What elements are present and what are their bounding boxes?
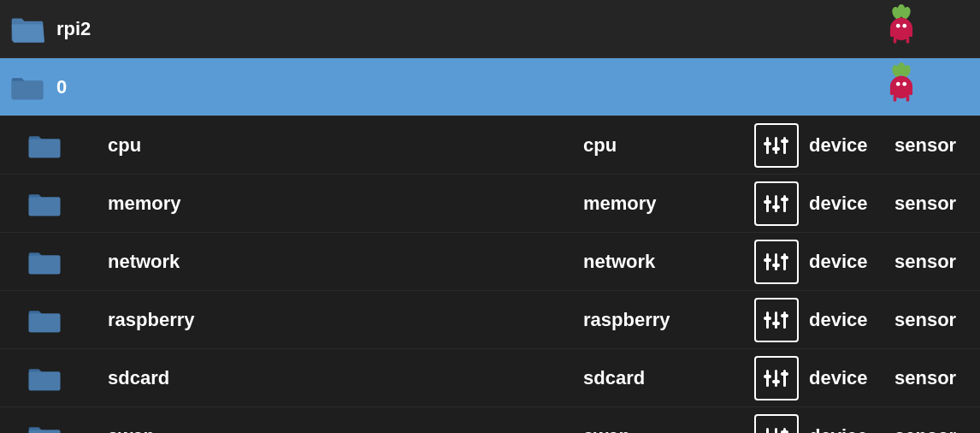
svg-rect-39 [781,256,788,259]
svg-rect-10 [906,37,910,43]
svg-point-6 [902,23,906,27]
svg-rect-18 [890,86,894,94]
col-sensor-cpu: sensor [894,134,980,157]
svg-rect-41 [775,311,777,329]
svg-rect-7 [890,28,894,36]
device-icon-sdcard [754,356,799,400]
svg-point-17 [902,81,906,86]
row-name-network: network [74,251,296,273]
tree-container: rpi2 0 [0,0,980,433]
svg-rect-35 [775,253,777,270]
col-label-swap: swap [583,425,754,434]
col-label-cpu: cpu [583,134,754,157]
svg-rect-33 [781,198,788,201]
svg-rect-25 [764,142,771,145]
device-icon-memory [754,181,799,226]
svg-rect-52 [766,428,769,434]
row-name-memory: memory [74,193,296,215]
svg-rect-26 [772,147,780,151]
svg-rect-8 [909,28,912,36]
col-label-sdcard: sdcard [583,367,754,389]
row-name-sdcard: sdcard [74,367,296,389]
svg-rect-37 [764,258,771,262]
svg-rect-53 [775,428,777,434]
col-sensor-swap: sensor [894,425,980,434]
tree-row-rpi2[interactable]: rpi2 [0,0,980,58]
svg-rect-51 [781,372,788,376]
folder-icon-zero [9,68,46,106]
svg-rect-27 [781,139,788,143]
col-label-network: network [583,251,754,273]
svg-point-16 [896,81,900,86]
svg-rect-23 [775,137,777,154]
svg-rect-49 [764,375,771,378]
svg-rect-31 [764,200,771,204]
svg-point-15 [890,75,912,98]
col-sensor-network: sensor [894,251,980,273]
svg-point-5 [896,23,900,27]
tree-row-zero[interactable]: 0 [0,58,980,116]
device-icon-raspberry [754,298,799,342]
col-device-memory: device [809,193,894,215]
svg-rect-19 [909,86,912,94]
col-device-network: device [809,251,894,273]
svg-rect-45 [781,314,788,317]
svg-point-4 [890,17,912,39]
col-label-raspberry: raspberry [583,309,754,331]
folder-icon-cpu [26,127,63,164]
svg-rect-43 [764,317,771,320]
tree-row-raspberry[interactable]: raspberryraspberry devicesensor [0,291,980,349]
device-icon-swap [754,414,799,434]
svg-rect-9 [894,37,897,43]
tree-row-swap[interactable]: swapswap devicesensor [0,407,980,433]
device-icon-cpu [754,123,799,168]
folder-icon-memory [26,185,63,222]
svg-rect-44 [772,322,780,325]
col-label-memory: memory [583,193,754,215]
row-name-cpu: cpu [74,134,296,157]
col-device-raspberry: device [809,309,894,331]
svg-rect-50 [772,380,780,383]
svg-rect-20 [894,95,897,101]
device-icon-network [754,240,799,284]
row-name-swap: swap [74,425,296,434]
svg-rect-47 [775,370,777,387]
svg-rect-38 [772,264,780,267]
col-sensor-raspberry: sensor [894,309,980,331]
col-device-sdcard: device [809,367,894,389]
tree-row-cpu[interactable]: cpucpu devicesensor [0,116,980,175]
col-sensor-memory: sensor [894,193,980,215]
folder-icon-rpi2 [9,10,46,48]
row-name-raspberry: raspberry [74,309,296,331]
folder-icon-raspberry [26,301,63,339]
svg-rect-57 [781,430,788,434]
col-device-swap: device [809,425,894,434]
row-name-rpi2: rpi2 [56,18,245,40]
raspberry-logo-rpi2 [877,3,929,55]
svg-rect-32 [772,205,780,209]
tree-row-sdcard[interactable]: sdcardsdcard devicesensor [0,349,980,407]
folder-icon-network [26,243,63,281]
col-device-cpu: device [809,134,894,157]
col-sensor-sdcard: sensor [894,367,980,389]
tree-row-memory[interactable]: memorymemory devicesensor [0,175,980,233]
tree-row-network[interactable]: networknetwork devicesensor [0,233,980,291]
row-name-zero: 0 [56,76,245,98]
svg-rect-21 [906,95,910,101]
svg-rect-29 [775,195,777,212]
raspberry-logo-zero [877,62,929,113]
folder-icon-swap [26,418,63,434]
folder-icon-sdcard [26,359,63,397]
